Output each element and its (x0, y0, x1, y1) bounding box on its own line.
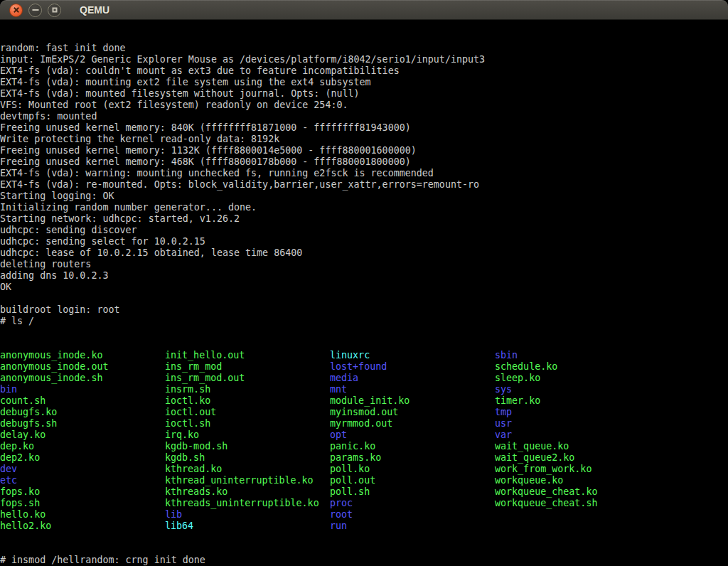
ls-item: workqueue.ko (495, 475, 563, 486)
ls-item: ioctl.out (165, 407, 330, 418)
ls-item: dep2.ko (0, 452, 165, 464)
ls-row: devkthread.kopoll.kowork_from_work.ko (0, 464, 728, 475)
ls-item: ins_rm_mod (165, 361, 330, 373)
ls-item: irq.ko (165, 429, 330, 441)
ls-row: delay.koirq.kooptvar (0, 429, 728, 441)
ls-row: anonymous_inode.koinit_hello.outlinuxrcs… (0, 350, 728, 361)
ls-item: hello2.ko (0, 520, 165, 532)
terminal-line (0, 293, 728, 304)
terminal-line: udhcpc: sending select for 10.0.2.15 (0, 236, 728, 247)
ls-row: fops.kokthreads.kopoll.shworkqueue_cheat… (0, 486, 728, 498)
terminal-line: EXT4-fs (vda): re-mounted. Opts: block_v… (0, 179, 728, 191)
ls-item: poll.sh (330, 486, 495, 498)
qemu-window: QEMU random: fast init doneinput: ImExPS… (0, 0, 728, 566)
close-button[interactable] (9, 4, 23, 17)
ls-item: anonymous_inode.ko (0, 350, 165, 361)
terminal-line: EXT4-fs (vda): mounted filesystem withou… (0, 88, 728, 100)
ls-item: opt (330, 429, 495, 441)
terminal-line: udhcpc: sending discover (0, 225, 728, 236)
ls-item: ins_rm_mod.out (165, 373, 330, 384)
terminal-line: Freeing unused kernel memory: 840K (ffff… (0, 122, 728, 134)
terminal-screen[interactable]: random: fast init doneinput: ImExPS/2 Ge… (0, 20, 728, 566)
ls-item: media (330, 373, 495, 384)
ls-item: tmp (495, 407, 512, 418)
ls-item: sbin (495, 350, 518, 361)
ls-item: linuxrc (330, 350, 495, 361)
ls-row: hello.kolibroot (0, 509, 728, 520)
ls-item: sys (495, 384, 512, 395)
ls-row: dep2.kokgdb.shparams.kowait_queue2.ko (0, 452, 728, 464)
ls-item: kthread_uninterruptible.ko (165, 475, 330, 486)
ls-item: work_from_work.ko (495, 464, 592, 475)
ls-item: sleep.ko (495, 373, 540, 384)
shell-log: # insmod /hellrandom: crng init done# in… (0, 555, 728, 566)
terminal-line: adding dns 10.0.2.3 (0, 270, 728, 282)
ls-row: dep.kokgdb-mod.shpanic.kowait_queue.ko (0, 441, 728, 452)
ls-item: run (330, 520, 347, 532)
ls-item: lib64 (165, 520, 330, 532)
ls-item: fops.sh (0, 498, 165, 509)
ls-row: debugfs.koioctl.outmyinsmod.outtmp (0, 407, 728, 418)
ls-row: debugfs.shioctl.shmyrmmod.outusr (0, 418, 728, 429)
ls-item: myinsmod.out (330, 407, 495, 418)
ls-item: module_init.ko (330, 395, 495, 407)
terminal-line: random: fast init done (0, 43, 728, 54)
terminal-line: Starting logging: OK (0, 191, 728, 202)
terminal-line: EXT4-fs (vda): couldn't mount as ext3 du… (0, 65, 728, 77)
ls-item: debugfs.sh (0, 418, 165, 429)
ls-row: anonymous_inode.outins_rm_modlost+founds… (0, 361, 728, 373)
terminal-line: devtmpfs: mounted (0, 111, 728, 122)
ls-row: hello2.kolib64run (0, 520, 728, 532)
ls-item: myrmmod.out (330, 418, 495, 429)
ls-item: kthreads_uninterruptible.ko (165, 498, 330, 509)
maximize-button[interactable] (48, 4, 61, 17)
terminal-line: Write protecting the kernel read-only da… (0, 134, 728, 145)
ls-row: bininsrm.shmntsys (0, 384, 728, 395)
terminal-line: Initializing random number generator... … (0, 202, 728, 213)
ls-item: poll.out (330, 475, 495, 486)
ls-item: insrm.sh (165, 384, 330, 395)
ls-item: mnt (330, 384, 495, 395)
terminal-line: Freeing unused kernel memory: 1132K (fff… (0, 145, 728, 156)
terminal-line: VFS: Mounted root (ext2 filesystem) read… (0, 100, 728, 111)
terminal-line: EXT4-fs (vda): warning: mounting uncheck… (0, 168, 728, 179)
minimize-button[interactable] (28, 4, 42, 17)
ls-item: ioctl.ko (165, 395, 330, 407)
terminal-line: input: ImExPS/2 Generic Explorer Mouse a… (0, 54, 728, 65)
terminal-line: buildroot login: root (0, 304, 728, 316)
ls-item: lib (165, 509, 330, 520)
ls-item: panic.ko (330, 441, 495, 452)
ls-item: kthreads.ko (165, 486, 330, 498)
ls-item: timer.ko (495, 395, 540, 407)
ls-item: anonymous_inode.sh (0, 373, 165, 384)
ls-item: kgdb-mod.sh (165, 441, 330, 452)
ls-item: fops.ko (0, 486, 165, 498)
ls-item: dev (0, 464, 165, 475)
boot-log: random: fast init doneinput: ImExPS/2 Ge… (0, 43, 728, 327)
ls-item: delay.ko (0, 429, 165, 441)
ls-item: kthread.ko (165, 464, 330, 475)
window-title: QEMU (80, 4, 109, 16)
terminal-line: udhcpc: lease of 10.0.2.15 obtained, lea… (0, 247, 728, 259)
ls-row: etckthread_uninterruptible.kopoll.outwor… (0, 475, 728, 486)
terminal-line: Freeing unused kernel memory: 468K (ffff… (0, 156, 728, 168)
ls-item: poll.ko (330, 464, 495, 475)
ls-item: workqueue_cheat.sh (495, 498, 597, 509)
ls-item: root (330, 509, 353, 520)
ls-item: dep.ko (0, 441, 165, 452)
ls-item: ioctl.sh (165, 418, 330, 429)
ls-row: count.shioctl.komodule_init.kotimer.ko (0, 395, 728, 407)
ls-item: count.sh (0, 395, 165, 407)
ls-item: proc (330, 498, 495, 509)
ls-item: workqueue_cheat.ko (495, 486, 597, 498)
terminal-line: EXT4-fs (vda): mounting ext2 file system… (0, 77, 728, 88)
ls-item: wait_queue.ko (495, 441, 569, 452)
ls-item: init_hello.out (165, 350, 330, 361)
ls-item: kgdb.sh (165, 452, 330, 464)
terminal-line: OK (0, 282, 728, 293)
ls-item: schedule.ko (495, 361, 557, 373)
titlebar[interactable]: QEMU (0, 0, 728, 20)
ls-output: anonymous_inode.koinit_hello.outlinuxrcs… (0, 350, 728, 532)
terminal-line: # ls / (0, 316, 728, 327)
ls-row: anonymous_inode.shins_rm_mod.outmediasle… (0, 373, 728, 384)
